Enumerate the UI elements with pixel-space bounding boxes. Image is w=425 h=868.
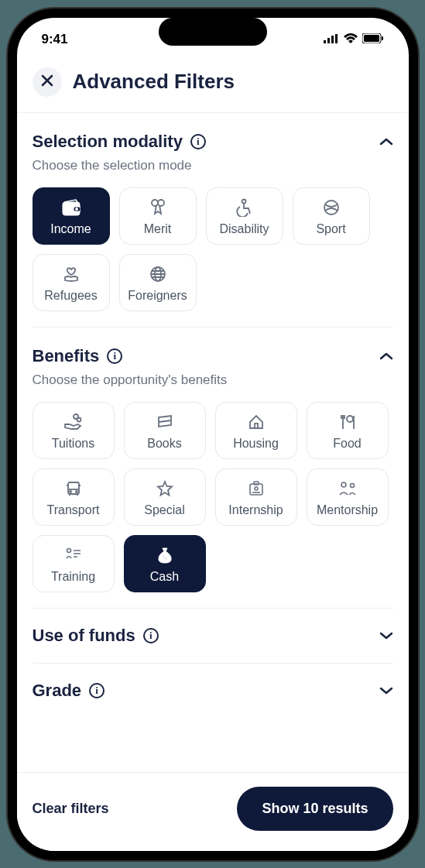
chip-label: Books (147, 437, 181, 451)
hands-heart-icon (61, 264, 81, 284)
chip-label: Special (144, 503, 184, 517)
section-header[interactable]: Selection modality i (33, 132, 393, 152)
books-icon (155, 412, 175, 432)
svg-rect-0 (324, 40, 326, 43)
svg-rect-2 (331, 36, 334, 43)
chip-income[interactable]: Income (33, 187, 110, 245)
section-benefits: Benefits i Choose the opportunity's bene… (33, 328, 393, 609)
info-icon[interactable]: i (107, 348, 122, 364)
chip-merit[interactable]: Merit (119, 187, 197, 245)
battery-icon (362, 32, 384, 47)
svg-point-22 (76, 491, 77, 492)
svg-rect-1 (327, 38, 330, 43)
chip-mentorship[interactable]: Mentorship (307, 468, 389, 526)
training-icon (63, 545, 84, 565)
svg-point-26 (341, 482, 346, 487)
section-subtitle: Choose the opportunity's benefits (33, 372, 393, 388)
phone-frame: 9:41 Advanced Filters Selection modality… (8, 9, 418, 860)
svg-point-25 (255, 487, 258, 490)
info-icon[interactable]: i (190, 134, 206, 149)
wallet-icon (61, 197, 81, 218)
id-badge-icon (246, 479, 266, 499)
svg-rect-18 (255, 424, 258, 428)
chip-label: Internship (228, 503, 283, 517)
svg-rect-5 (364, 35, 379, 42)
chip-cash[interactable]: $ Cash (124, 535, 206, 592)
footer: Clear filters Show 10 results (17, 772, 409, 851)
status-time: 9:41 (42, 32, 68, 47)
chip-sport[interactable]: Sport (293, 187, 370, 245)
money-bag-icon: $ (155, 545, 175, 565)
section-use-of-funds[interactable]: Use of funds i (33, 609, 393, 664)
wifi-icon (344, 32, 358, 47)
svg-point-10 (152, 200, 158, 206)
chip-label: Mentorship (317, 503, 378, 517)
star-icon (155, 479, 175, 499)
section-title: Selection modality (33, 132, 183, 152)
page-title: Advanced Filters (73, 70, 235, 94)
section-selection-modality: Selection modality i Choose the selectio… (33, 113, 393, 328)
chip-label: Housing (233, 437, 279, 451)
svg-point-19 (347, 416, 353, 422)
people-icon (338, 479, 358, 499)
svg-point-12 (242, 199, 245, 203)
chip-internship[interactable]: Internship (215, 468, 297, 526)
chevron-up-icon[interactable] (379, 349, 393, 363)
chip-label: Transport (47, 503, 100, 517)
chip-transport[interactable]: Transport (33, 468, 115, 526)
chip-label: Food (333, 437, 361, 451)
svg-rect-23 (250, 484, 262, 495)
svg-text:$: $ (163, 554, 166, 561)
chip-label: Tuitions (52, 437, 94, 451)
close-icon (41, 74, 53, 90)
clear-filters-button[interactable]: Clear filters (33, 801, 109, 817)
section-title: Benefits (33, 346, 100, 366)
chip-training[interactable]: Training (33, 535, 115, 592)
chevron-up-icon[interactable] (379, 135, 393, 149)
section-subtitle: Choose the selection mode (33, 158, 393, 173)
hand-coins-icon (63, 412, 84, 432)
content-scroll[interactable]: Selection modality i Choose the selectio… (17, 113, 409, 772)
chip-special[interactable]: Special (124, 468, 206, 526)
house-icon (246, 412, 266, 432)
svg-point-17 (77, 417, 81, 421)
info-icon[interactable]: i (143, 628, 159, 643)
chip-food[interactable]: Food (307, 402, 389, 459)
medal-icon (148, 197, 168, 218)
svg-point-11 (158, 200, 164, 206)
chevron-down-icon[interactable] (379, 629, 393, 643)
svg-rect-24 (254, 482, 259, 485)
chip-label: Sport (316, 222, 345, 236)
chip-housing[interactable]: Housing (215, 402, 297, 459)
chip-label: Training (51, 570, 95, 584)
svg-point-27 (350, 483, 354, 487)
page-header: Advanced Filters (17, 53, 409, 113)
chip-tuitions[interactable]: Tuitions (33, 402, 115, 459)
chip-label: Cash (150, 570, 179, 584)
section-header[interactable]: Benefits i (33, 346, 393, 366)
globe-icon (148, 264, 168, 284)
chip-refugees[interactable]: Refugees (33, 254, 110, 311)
show-results-button[interactable]: Show 10 results (237, 787, 392, 831)
chip-foreigners[interactable]: Foreigners (119, 254, 197, 311)
section-title: Use of funds (33, 626, 135, 646)
wheelchair-icon (235, 197, 255, 218)
close-button[interactable] (33, 67, 62, 97)
chip-label: Refugees (44, 289, 98, 303)
chevron-down-icon[interactable] (379, 684, 393, 698)
signal-icon (324, 32, 339, 47)
chip-label: Income (50, 222, 91, 236)
bus-icon (63, 479, 84, 499)
chip-disability[interactable]: Disability (206, 187, 283, 245)
chip-label: Merit (144, 222, 172, 236)
cutlery-icon (338, 412, 358, 432)
info-icon[interactable]: i (89, 683, 105, 698)
screen: 9:41 Advanced Filters Selection modality… (17, 18, 409, 851)
selection-chips: Income Merit Disability Sport (33, 187, 393, 311)
section-grade[interactable]: Grade i (33, 664, 393, 705)
section-title: Grade (33, 681, 82, 701)
svg-rect-3 (335, 34, 338, 43)
chip-label: Disability (219, 222, 269, 236)
chip-books[interactable]: Books (124, 402, 206, 459)
notch (159, 18, 267, 46)
